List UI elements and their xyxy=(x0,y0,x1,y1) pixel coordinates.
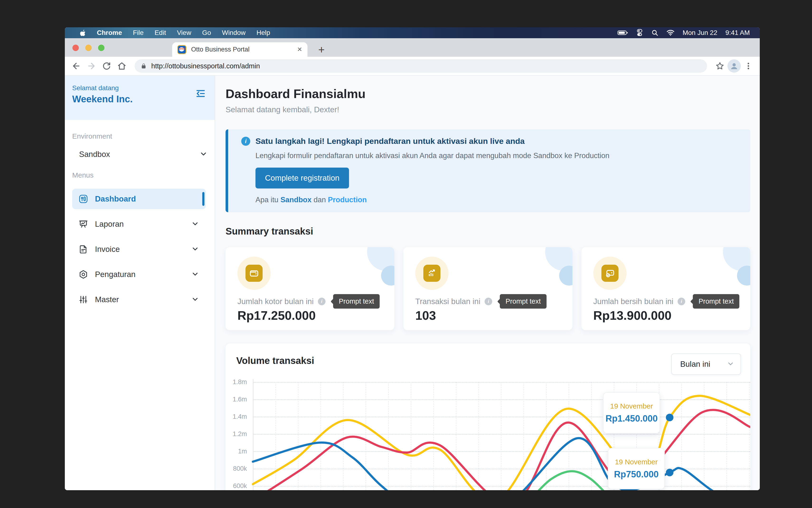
card-label: Transaksi bulan ini xyxy=(415,297,480,306)
tooltip-value: Rp750.000 xyxy=(614,469,658,479)
otto-favicon: OTTO xyxy=(177,45,186,54)
period-filter-dropdown[interactable]: Bulan ini xyxy=(671,353,741,375)
sidebar-menu: Dashboard Laporan xyxy=(65,189,215,310)
gridline-vertical xyxy=(478,382,479,490)
gridline-vertical xyxy=(411,382,411,490)
y-axis-tick-label: 1.2m xyxy=(228,430,247,438)
zoom-window-button[interactable] xyxy=(98,45,104,51)
report-icon xyxy=(78,219,88,229)
wifi-icon[interactable] xyxy=(667,30,675,36)
menu-item-view[interactable]: View xyxy=(171,27,197,38)
spotlight-search-icon[interactable] xyxy=(651,29,658,36)
gridline-vertical xyxy=(681,382,682,490)
gridline-vertical xyxy=(343,382,344,490)
reload-icon[interactable] xyxy=(99,58,114,74)
sidebar-item-label: Invoice xyxy=(95,245,191,254)
collapse-sidebar-icon[interactable] xyxy=(195,88,206,100)
sidebar-item-dashboard[interactable]: Dashboard xyxy=(72,189,206,209)
link-prefix: Apa itu xyxy=(255,196,279,204)
menu-bar-date[interactable]: Mon Jun 22 xyxy=(683,29,717,37)
gridline-vertical xyxy=(704,382,704,490)
sidebar-item-laporan[interactable]: Laporan xyxy=(72,214,206,234)
menu-item-chrome[interactable]: Chrome xyxy=(91,27,128,38)
chevron-down-icon xyxy=(191,220,199,228)
apple-menu-icon[interactable] xyxy=(74,29,91,36)
window-controls xyxy=(73,45,104,51)
volume-heading: Volume transaksi xyxy=(236,355,314,366)
menu-item-file[interactable]: File xyxy=(128,27,149,38)
forward-icon[interactable] xyxy=(84,58,99,74)
complete-registration-button[interactable]: Complete registration xyxy=(255,168,349,188)
tooltip-date: 19 November xyxy=(610,402,653,410)
home-icon[interactable] xyxy=(114,58,129,74)
link-conjunction: dan xyxy=(314,196,326,204)
chevron-down-icon xyxy=(191,295,199,304)
gridline-vertical xyxy=(298,382,298,490)
bookmark-star-icon[interactable] xyxy=(712,58,727,74)
sidebar-item-pengaturan[interactable]: Pengaturan xyxy=(72,264,206,285)
gridline-horizontal xyxy=(253,451,750,452)
banner-title: Satu langkah lagi! Lengkapi pendaftaran … xyxy=(255,136,525,146)
sandbox-link[interactable]: Sandbox xyxy=(281,196,311,204)
invoice-icon xyxy=(78,244,88,254)
close-tab-icon[interactable]: ✕ xyxy=(297,46,302,53)
tab-title: Otto Business Portal xyxy=(191,46,294,53)
prompt-tooltip: Prompt text xyxy=(693,294,739,309)
gridline-vertical xyxy=(749,382,750,490)
card-value: Rp13.900.000 xyxy=(593,308,672,323)
info-icon[interactable]: i xyxy=(678,298,685,305)
new-tab-button[interactable]: + xyxy=(315,43,328,56)
menu-item-window[interactable]: Window xyxy=(217,27,251,38)
lock-icon xyxy=(140,63,147,69)
chart-highlight-dot[interactable] xyxy=(666,469,673,476)
browser-tab[interactable]: OTTO Otto Business Portal ✕ xyxy=(172,42,307,57)
gridline-horizontal xyxy=(253,382,750,383)
chevron-down-icon xyxy=(191,245,199,254)
banner-description: Lengkapi formulir pendaftaran untuk akti… xyxy=(255,152,741,160)
profile-avatar[interactable] xyxy=(727,59,741,73)
sidebar-item-label: Laporan xyxy=(95,220,191,228)
close-window-button[interactable] xyxy=(73,45,79,51)
menu-item-help[interactable]: Help xyxy=(251,27,276,38)
sidebar-item-master[interactable]: Master xyxy=(72,289,206,310)
chart-line-red xyxy=(253,410,750,490)
sidebar-item-invoice[interactable]: Invoice xyxy=(72,239,206,259)
chart-y-axis xyxy=(253,379,253,490)
sliders-icon xyxy=(78,295,88,304)
macos-screen: Chrome File Edit View Go Window Help xyxy=(65,27,760,490)
summary-card-net: Jumlah bersih bulan ini i Prompt text Rp… xyxy=(582,247,750,330)
gridline-vertical xyxy=(320,382,321,490)
page-subtitle: Selamat datang kembali, Dexter! xyxy=(225,105,750,114)
gridline-vertical xyxy=(388,382,389,490)
tooltip-value: Rp1.450.000 xyxy=(605,414,658,424)
info-icon[interactable]: i xyxy=(318,298,326,305)
back-icon[interactable] xyxy=(69,58,84,74)
wallet-check-icon xyxy=(593,257,627,290)
production-link[interactable]: Production xyxy=(328,196,367,204)
period-filter-value: Bulan ini xyxy=(680,359,727,369)
y-axis-tick-label: 600k xyxy=(228,482,247,490)
gridline-horizontal xyxy=(253,469,750,469)
card-value: 103 xyxy=(415,308,436,323)
menu-bar-clock[interactable]: 9:41 AM xyxy=(725,29,750,37)
settings-icon xyxy=(78,269,88,280)
prompt-tooltip: Prompt text xyxy=(500,294,546,309)
minimize-window-button[interactable] xyxy=(85,45,92,51)
gridline-horizontal xyxy=(253,399,750,400)
menu-item-go[interactable]: Go xyxy=(197,27,216,38)
control-center-icon[interactable] xyxy=(636,29,643,37)
menu-item-edit[interactable]: Edit xyxy=(149,27,171,38)
gridline-vertical xyxy=(546,382,547,490)
environment-select[interactable]: Sandbox xyxy=(79,150,208,159)
battery-icon[interactable] xyxy=(617,30,628,36)
chart-tooltip: 19 November Rp750.000 xyxy=(608,448,665,489)
y-axis-tick-label: 1m xyxy=(228,448,247,455)
browser-menu-icon[interactable] xyxy=(741,58,756,74)
gridline-vertical xyxy=(501,382,502,490)
environment-value: Sandbox xyxy=(79,150,200,159)
address-bar[interactable]: http://ottobusinessportal.com/admin xyxy=(135,59,707,73)
summary-card-transactions: Transaksi bulan ini i Prompt text 103 xyxy=(403,247,572,330)
card-label: Jumlah bersih bulan ini xyxy=(593,297,674,306)
chart-highlight-dot[interactable] xyxy=(666,414,673,421)
info-icon[interactable]: i xyxy=(484,298,492,305)
